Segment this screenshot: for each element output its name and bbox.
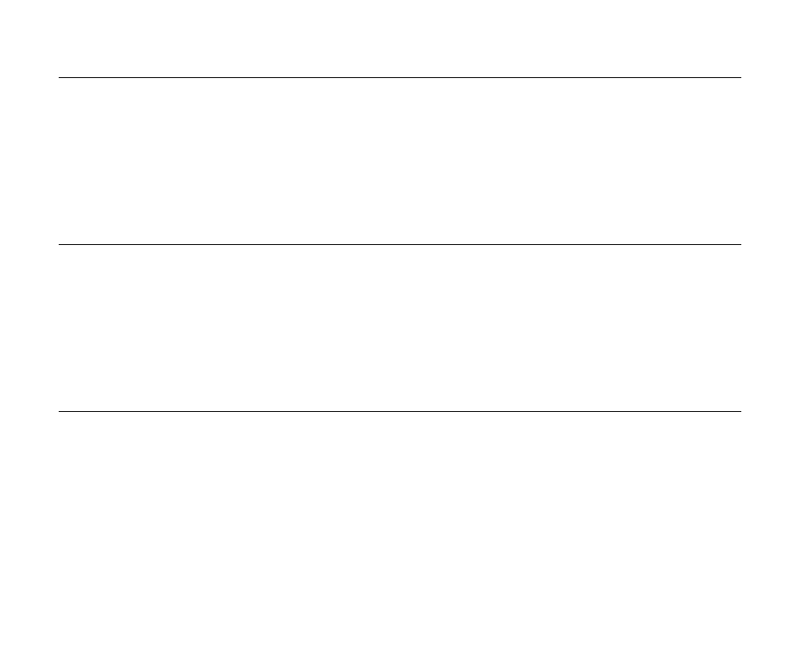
horizontal-line-2 <box>59 244 741 245</box>
horizontal-line-1 <box>59 77 741 78</box>
horizontal-line-3 <box>59 411 741 412</box>
